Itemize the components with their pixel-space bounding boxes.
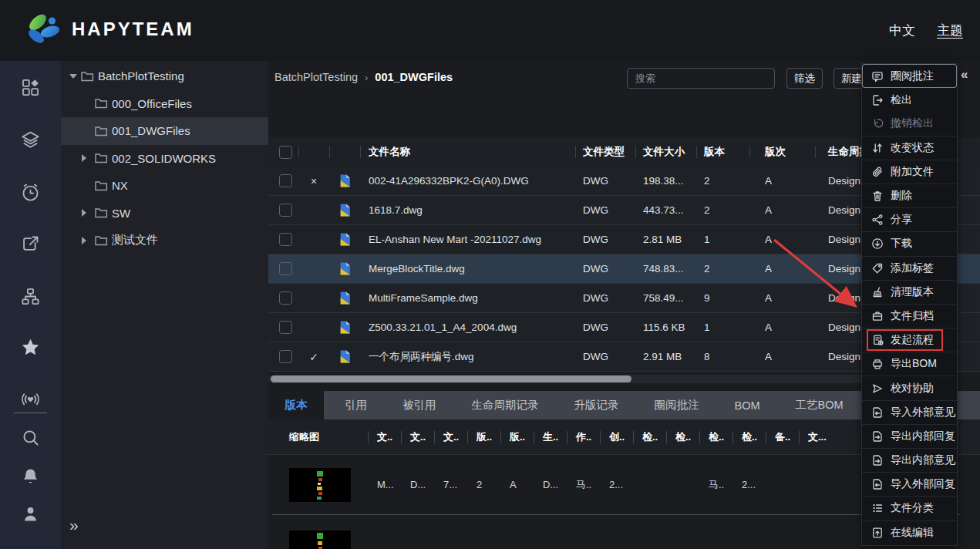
detail-column[interactable]: 文.. [434,430,467,444]
row-checkbox[interactable] [279,233,292,246]
file-name[interactable]: MergeBlockTitle.dwg [360,263,575,274]
select-all-checkbox[interactable] [279,146,292,159]
detail-column[interactable]: 文.. [401,430,434,444]
panel-collapse-button[interactable]: « [961,67,968,83]
layers-icon[interactable] [20,130,41,150]
search-icon[interactable] [20,427,41,448]
tree-item-batchplottesting[interactable]: BatchPlotTesting [61,62,268,90]
breadcrumb-parent[interactable]: BatchPlotTesting [274,71,358,83]
menu-item-share[interactable]: 分享 [862,208,957,232]
tree-item-test-files[interactable]: 测试文件 [61,227,268,254]
tree-item-002-solidworks[interactable]: 002_SOLIDWORKS [61,145,268,173]
detail-column[interactable]: 作.. [567,430,600,444]
menu-item-proofread-assist[interactable]: 校对协助 [862,376,957,400]
menu-item-checkout[interactable]: 检出 [862,88,957,112]
menu-item-download[interactable]: 下载 [862,232,957,256]
tab-bom[interactable]: BOM [735,399,760,412]
tab-upgrade-records[interactable]: 升版记录 [574,398,619,413]
menu-item-import-external-opinions[interactable]: 导入外部意见 [862,401,957,425]
tree-collapse-button[interactable]: » [69,516,77,534]
detail-column[interactable]: 版.. [500,430,534,444]
tab-referenced-by[interactable]: 被引用 [402,398,436,413]
row-checkbox[interactable] [279,204,292,217]
detail-column[interactable]: 检.. [732,430,766,444]
column-file-size[interactable]: 文件大小 [635,145,696,159]
detail-row[interactable] [289,530,351,549]
column-file-name[interactable]: 文件名称 [360,145,575,159]
drawing-thumbnail[interactable] [289,468,351,502]
detail-column[interactable]: 文... [799,430,832,444]
scrollbar-thumb[interactable] [271,376,631,382]
menu-item-clean-versions[interactable]: 清理版本 [862,281,957,305]
menu-item-add-tag[interactable]: 添加标签 [862,257,957,281]
row-checkbox[interactable] [279,174,292,187]
tree-item-sw[interactable]: SW [61,200,268,227]
menu-item-attach-file[interactable]: 附加文件 [862,160,957,184]
file-name[interactable]: Z500.33.21.01_1_A4_2004.dwg [360,322,575,333]
share-out-icon[interactable] [20,234,41,254]
search-box[interactable] [627,68,775,89]
chevron-down-icon[interactable] [69,74,77,79]
tree-item-001-dwgfiles[interactable]: 001_DWGFiles [61,117,268,145]
menu-item-start-flow[interactable]: 发起流程 [862,328,957,352]
filter-button[interactable]: 筛选 [786,68,823,89]
file-name[interactable]: EL-Anshan New Mart -20211027.dwg [360,234,575,245]
theme-switch[interactable]: 主题 [937,22,963,39]
favorites-star-icon[interactable] [20,337,41,358]
file-name[interactable]: 一个布局两种编号.dwg [360,350,575,364]
menu-item-undo-checkout[interactable]: 撤销检出 [862,112,957,136]
row-checkbox[interactable] [279,291,292,305]
chevron-right-icon[interactable] [82,209,86,217]
horizontal-scrollbar[interactable] [268,375,956,383]
row-checkbox[interactable] [279,321,292,334]
tab-process-bom[interactable]: 工艺BOM [796,398,844,413]
tree-item-nx[interactable]: NX [61,172,268,200]
detail-column[interactable]: 生.. [534,430,567,444]
menu-item-archive[interactable]: 文件归档 [862,305,957,328]
file-name[interactable]: 002-41A296332BPK2-G(A0).DWG [360,175,575,187]
detail-column[interactable]: 检.. [666,430,699,444]
menu-item-export-internal-replies[interactable]: 导出内部回复 [862,425,957,449]
menu-item-delete[interactable]: 删除 [862,184,957,208]
detail-column[interactable]: 创.. [600,430,633,444]
column-version[interactable]: 版本 [696,145,749,159]
top-right-links: 中文 主题 [889,0,963,61]
row-checkbox[interactable] [279,350,292,363]
menu-item-change-state[interactable]: 改变状态 [862,136,957,160]
tab-lifecycle-records[interactable]: 生命周期记录 [472,398,539,413]
detail-column[interactable]: 版.. [467,430,500,444]
tree-item-000-officefiles[interactable]: 000_OfficeFiles [61,90,268,118]
dashboard-icon[interactable] [20,77,41,98]
drawing-thumbnail[interactable] [289,530,351,549]
chevron-right-icon[interactable] [82,154,86,162]
file-revision: A [749,322,815,333]
detail-column[interactable]: 备.. [766,430,799,444]
detail-column[interactable]: 检.. [699,430,732,444]
menu-item-export-internal-opinions[interactable]: 导出内部意见 [862,449,957,473]
file-name[interactable]: MultiFrameSample.dwg [360,292,575,304]
detail-column[interactable]: 文.. [368,430,401,444]
tab-review-annotations[interactable]: 圈阅批注 [655,398,699,413]
column-file-type[interactable]: 文件类型 [575,145,635,159]
menu-item-label: 文件归档 [891,309,934,323]
menu-item-import-external-replies[interactable]: 导入外部回复 [862,473,957,497]
menu-item-classify[interactable]: 文件分类 [862,497,957,520]
row-checkbox[interactable] [279,262,292,275]
column-thumbnail[interactable]: 缩略图 [268,430,368,444]
detail-column[interactable]: 检.. [633,430,666,444]
history-clock-icon[interactable] [20,182,41,203]
notifications-bell-icon[interactable] [20,466,41,487]
file-name[interactable]: 1618.7.dwg [360,204,575,216]
column-revision[interactable]: 版次 [749,145,815,159]
language-switch[interactable]: 中文 [889,22,915,39]
search-input[interactable] [628,72,776,84]
menu-item-review-annotate[interactable]: 圈阅批注 [862,64,957,88]
menu-item-export-bom[interactable]: 导出BOM [862,352,957,376]
tab-version[interactable]: 版本 [268,391,324,419]
tab-references[interactable]: 引用 [345,398,367,413]
structure-icon[interactable] [20,286,41,307]
subscribe-broadcast-icon[interactable] [20,389,41,409]
menu-item-online-edit[interactable]: 在线编辑 [862,521,957,545]
chevron-right-icon[interactable] [82,237,86,244]
user-icon[interactable] [20,504,41,524]
